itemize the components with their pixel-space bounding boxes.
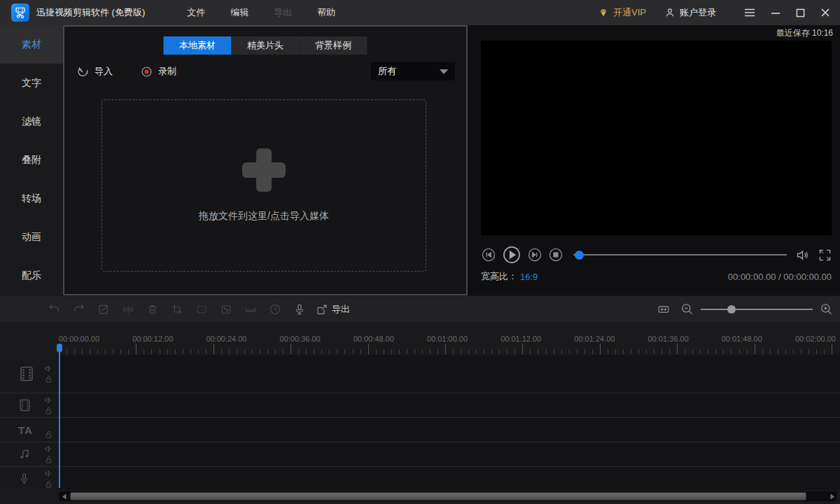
speaker-icon[interactable] [44, 469, 53, 478]
menu-edit[interactable]: 编辑 [230, 6, 248, 19]
zoom-out-icon[interactable] [680, 302, 694, 316]
unlock-icon[interactable] [45, 375, 53, 384]
timeline-ruler[interactable]: 00:00:00.00 00:00:12.00 00:00:24.00 00:0… [0, 322, 840, 355]
unlock-icon[interactable] [45, 430, 53, 439]
menu-file[interactable]: 文件 [187, 6, 205, 19]
mic-icon [18, 472, 30, 484]
speaker-icon[interactable] [44, 364, 53, 373]
next-frame-button[interactable] [527, 247, 542, 262]
timeline: 00:00:00.00 00:00:12.00 00:00:24.00 00:0… [0, 322, 840, 504]
ruler-label: 00:00:48.00 [354, 335, 394, 343]
import-label: 导入 [94, 65, 113, 78]
sidebar-item-transition[interactable]: 转场 [0, 179, 63, 218]
edit-clip-button[interactable] [91, 303, 115, 316]
scroll-right-arrow-icon[interactable] [827, 492, 836, 500]
music-note-icon [18, 448, 31, 461]
sidebar: 素材 文字 滤镜 叠附 转场 动画 配乐 [0, 25, 63, 295]
scroll-left-arrow-icon[interactable] [59, 492, 69, 500]
fullscreen-button[interactable] [818, 248, 832, 262]
aspect-ratio-value[interactable]: 16:9 [520, 272, 538, 282]
chevron-down-icon [440, 69, 448, 74]
tab-local-media[interactable]: 本地素材 [164, 36, 232, 55]
clock-button[interactable] [262, 303, 287, 316]
track-list: TA [0, 355, 840, 490]
media-actions: 导入 录制 所有 [77, 62, 455, 81]
media-dropzone[interactable]: 拖放文件到这里/点击导入媒体 [102, 99, 426, 272]
selection-region-button[interactable] [189, 303, 214, 316]
sidebar-item-label: 动画 [22, 231, 41, 244]
overlay-track-lane[interactable] [59, 393, 840, 417]
redo-button[interactable] [66, 302, 91, 316]
import-button[interactable]: 导入 [77, 65, 113, 78]
zoom-slider-handle[interactable] [727, 305, 736, 314]
text-track: TA [0, 418, 840, 442]
media-filter-dropdown[interactable]: 所有 [371, 62, 455, 80]
tab-label: 本地素材 [179, 39, 216, 52]
split-clip-button[interactable] [115, 303, 140, 316]
mosaic-button[interactable] [214, 303, 238, 316]
play-button[interactable] [502, 245, 522, 265]
volume-button[interactable] [795, 248, 810, 262]
export-button[interactable]: 导出 [316, 303, 350, 316]
close-button[interactable] [820, 8, 830, 18]
video-track-lane[interactable] [59, 355, 840, 393]
duration-ruler-button[interactable] [238, 303, 262, 316]
aspect-ratio-label: 宽高比： [481, 270, 517, 283]
timeline-zoom-slider[interactable] [701, 304, 813, 314]
sidebar-item-overlay[interactable]: 叠附 [0, 141, 63, 179]
tab-background-samples[interactable]: 背景样例 [300, 36, 368, 55]
voice-track-lane[interactable] [59, 467, 840, 490]
menu-help[interactable]: 帮助 [317, 6, 335, 19]
speaker-icon[interactable] [44, 444, 53, 454]
playback-controls [481, 244, 832, 266]
timeline-scrollbar[interactable] [59, 491, 837, 501]
crop-button[interactable] [164, 303, 189, 316]
maximize-button[interactable] [796, 8, 805, 18]
seek-slider[interactable] [573, 251, 787, 259]
prev-frame-button[interactable] [481, 247, 496, 262]
record-label: 录制 [158, 65, 176, 78]
sidebar-item-label: 配乐 [22, 270, 41, 282]
overlay-track-header [0, 393, 59, 417]
dropdown-value: 所有 [378, 65, 396, 78]
minimize-button[interactable] [771, 8, 780, 18]
sidebar-item-animation[interactable]: 动画 [0, 218, 63, 256]
sidebar-item-label: 素材 [22, 38, 41, 51]
preview-panel: 最近保存 10:16 [468, 25, 840, 295]
voiceover-mic-button[interactable] [287, 303, 312, 316]
unlock-icon[interactable] [45, 480, 53, 489]
sidebar-item-media[interactable]: 素材 [0, 25, 63, 64]
ruler-label: 00:01:24.00 [574, 335, 615, 343]
unlock-icon[interactable] [45, 456, 53, 464]
track-toggles [44, 393, 53, 417]
text-track-header: TA [0, 418, 59, 442]
delete-button[interactable] [140, 303, 164, 316]
scrollbar-thumb[interactable] [70, 492, 806, 500]
menu-hamburger-button[interactable] [744, 8, 755, 18]
stop-button[interactable] [548, 247, 564, 262]
zoom-in-icon[interactable] [820, 302, 833, 316]
fit-timeline-icon[interactable] [657, 303, 671, 316]
app-logo-icon [11, 4, 29, 22]
sidebar-item-filter[interactable]: 滤镜 [0, 102, 63, 141]
record-button[interactable]: 录制 [141, 65, 176, 78]
import-icon [77, 66, 89, 78]
ruler-label: 00:01:12.00 [500, 335, 541, 343]
ruler-label: 00:00:36.00 [280, 335, 321, 343]
undo-button[interactable] [42, 302, 66, 316]
tab-intro-templates[interactable]: 精美片头 [232, 36, 300, 55]
media-tabs: 本地素材 精美片头 背景样例 [164, 36, 368, 55]
vip-button[interactable]: 开通VIP [598, 6, 646, 19]
music-track-lane[interactable] [59, 442, 840, 466]
music-track [0, 442, 840, 467]
export-label: 导出 [332, 303, 350, 316]
speaker-icon[interactable] [44, 396, 53, 405]
text-track-lane[interactable] [59, 418, 840, 442]
seek-handle[interactable] [575, 251, 584, 260]
sidebar-item-text[interactable]: 文字 [0, 64, 63, 102]
unlock-icon[interactable] [45, 407, 53, 415]
sidebar-item-music[interactable]: 配乐 [0, 256, 63, 295]
track-toggles [45, 418, 53, 442]
playhead-handle[interactable] [57, 344, 62, 352]
account-login-button[interactable]: 账户登录 [664, 6, 716, 19]
